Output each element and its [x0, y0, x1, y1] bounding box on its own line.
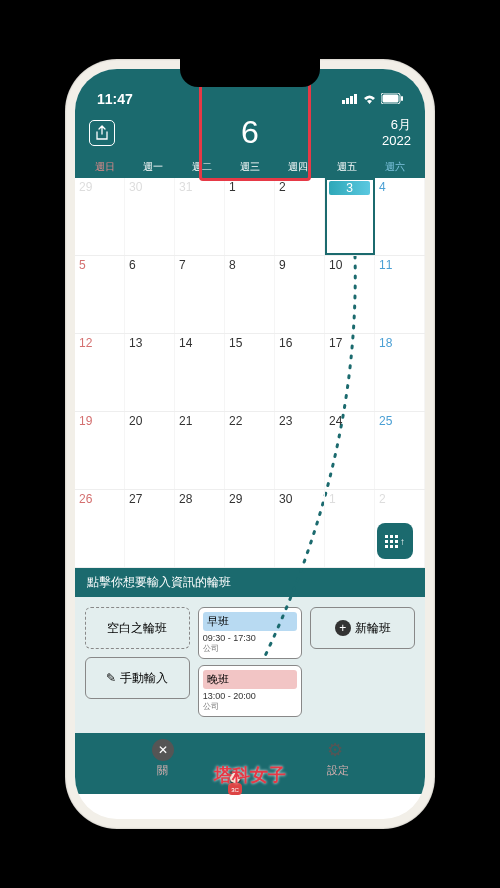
- month-number: 6: [241, 114, 259, 151]
- day-cell[interactable]: 1: [325, 490, 375, 567]
- grid-fab-button[interactable]: ↑: [377, 523, 413, 559]
- morning-shift-card[interactable]: 早班 09:30 - 17:30 公司: [198, 607, 303, 659]
- phone-frame: 11:47 6 6月 2022 週日週: [65, 59, 435, 829]
- battery-icon: [381, 91, 403, 107]
- blank-shift-button[interactable]: 空白之輪班: [85, 607, 190, 649]
- day-cell[interactable]: 5: [75, 256, 125, 333]
- day-cell[interactable]: 1: [225, 178, 275, 255]
- weekday-label: 週二: [178, 160, 226, 174]
- month-label[interactable]: 6月 2022: [382, 117, 411, 148]
- day-cell[interactable]: 24: [325, 412, 375, 489]
- svg-rect-1: [346, 98, 349, 104]
- status-time: 11:47: [97, 91, 133, 107]
- day-cell[interactable]: 31: [175, 178, 225, 255]
- phone-screen: 11:47 6 6月 2022 週日週: [75, 69, 425, 819]
- svg-rect-2: [350, 96, 353, 104]
- day-cell[interactable]: 16: [275, 334, 325, 411]
- manual-input-button[interactable]: ✎ 手動輸入: [85, 657, 190, 699]
- notch: [180, 59, 320, 87]
- svg-rect-6: [401, 96, 403, 101]
- svg-rect-5: [383, 95, 399, 103]
- grid-icon: [385, 535, 398, 548]
- day-cell[interactable]: 14: [175, 334, 225, 411]
- watermark-text: 塔科女子: [214, 763, 286, 787]
- svg-rect-3: [354, 94, 357, 104]
- svg-rect-0: [342, 100, 345, 104]
- signal-icon: [342, 91, 358, 107]
- weekday-label: 週三: [226, 160, 274, 174]
- week-row: 19202122232425: [75, 412, 425, 490]
- day-cell[interactable]: 15: [225, 334, 275, 411]
- plus-icon: +: [335, 620, 351, 636]
- settings-button[interactable]: ⚙ 設定: [327, 739, 349, 778]
- day-cell[interactable]: 30: [125, 178, 175, 255]
- day-cell[interactable]: 13: [125, 334, 175, 411]
- status-icons: [342, 91, 403, 107]
- day-cell[interactable]: 29: [75, 178, 125, 255]
- weekday-label: 週一: [129, 160, 177, 174]
- day-cell[interactable]: 7: [175, 256, 225, 333]
- day-cell[interactable]: 3: [325, 178, 375, 255]
- close-icon: ✕: [152, 739, 174, 761]
- day-cell[interactable]: 22: [225, 412, 275, 489]
- hint-bar: 點擊你想要輸入資訊的輪班: [75, 568, 425, 597]
- day-cell[interactable]: 2: [275, 178, 325, 255]
- day-cell[interactable]: 27: [125, 490, 175, 567]
- pencil-icon: ✎: [106, 671, 116, 685]
- day-cell[interactable]: 8: [225, 256, 275, 333]
- new-shift-button[interactable]: + 新輪班: [310, 607, 415, 649]
- svg-text:3C: 3C: [231, 787, 239, 793]
- wifi-icon: [362, 91, 377, 107]
- day-cell[interactable]: 4: [375, 178, 425, 255]
- calendar-grid: 2930311234567891011121314151617181920212…: [75, 178, 425, 568]
- weekday-label: 週四: [274, 160, 322, 174]
- day-cell[interactable]: 29: [225, 490, 275, 567]
- weekday-label: 週六: [371, 160, 419, 174]
- shift-label: 早班: [203, 612, 298, 631]
- day-cell[interactable]: 19: [75, 412, 125, 489]
- day-cell[interactable]: 6: [125, 256, 175, 333]
- day-cell[interactable]: 28: [175, 490, 225, 567]
- weekday-row: 週日週一週二週三週四週五週六: [75, 158, 425, 178]
- day-cell[interactable]: 25: [375, 412, 425, 489]
- gear-icon: ⚙: [327, 739, 349, 761]
- header: 6 6月 2022: [75, 111, 425, 158]
- week-row: 567891011: [75, 256, 425, 334]
- day-cell[interactable]: 30: [275, 490, 325, 567]
- share-icon[interactable]: [89, 120, 115, 146]
- day-cell[interactable]: 9: [275, 256, 325, 333]
- day-cell[interactable]: 20: [125, 412, 175, 489]
- day-cell[interactable]: 23: [275, 412, 325, 489]
- day-cell[interactable]: 26: [75, 490, 125, 567]
- up-arrow-icon: ↑: [400, 536, 405, 547]
- day-cell[interactable]: 21: [175, 412, 225, 489]
- day-cell[interactable]: 18: [375, 334, 425, 411]
- weekday-label: 週日: [81, 160, 129, 174]
- day-cell[interactable]: 17: [325, 334, 375, 411]
- weekday-label: 週五: [322, 160, 370, 174]
- shift-label: 晚班: [203, 670, 298, 689]
- day-cell[interactable]: 11: [375, 256, 425, 333]
- week-row: 2930311234: [75, 178, 425, 256]
- close-button[interactable]: ✕ 關: [152, 739, 174, 778]
- week-row: 262728293012: [75, 490, 425, 568]
- bottom-panel: 空白之輪班 ✎ 手動輸入 早班 09:30 - 17:30 公司 晚班 13:0…: [75, 597, 425, 733]
- week-row: 12131415161718: [75, 334, 425, 412]
- day-cell[interactable]: 10: [325, 256, 375, 333]
- evening-shift-card[interactable]: 晚班 13:00 - 20:00 公司: [198, 665, 303, 717]
- day-cell[interactable]: 12: [75, 334, 125, 411]
